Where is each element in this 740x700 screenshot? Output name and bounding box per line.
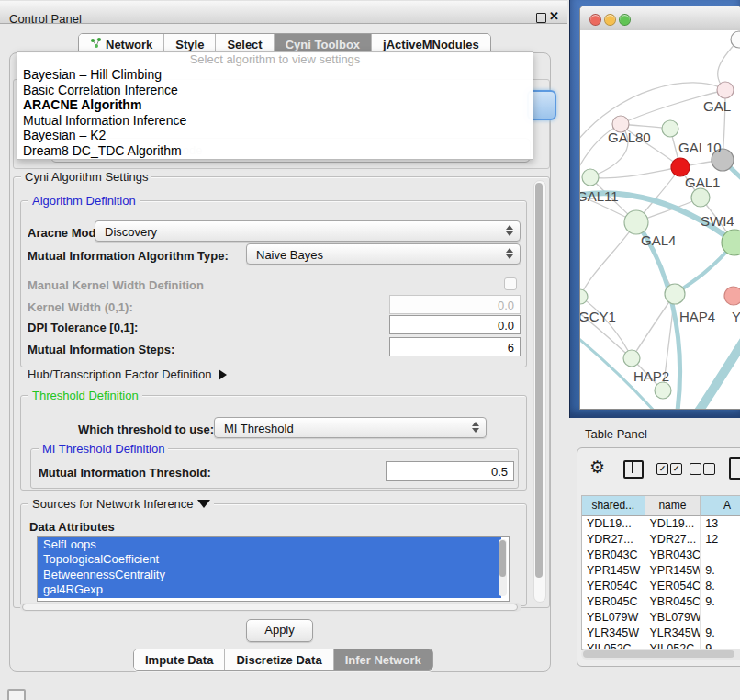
table-row[interactable]: YER054CYER054C8. <box>582 579 740 594</box>
table-cell[interactable]: 8. <box>701 579 740 594</box>
table-cell[interactable] <box>701 548 740 563</box>
checked-checkbox-icon[interactable]: ✓ <box>670 463 682 475</box>
column-header-shared[interactable]: shared... <box>582 496 645 516</box>
attribute-item-selfloops[interactable]: SelfLoops <box>38 537 501 552</box>
table-row[interactable]: YBL079WYBL079W <box>582 610 740 626</box>
table-cell[interactable]: YBR045C <box>645 594 701 610</box>
settings-vscrollbar[interactable] <box>533 180 546 603</box>
minimize-traffic-light[interactable] <box>604 14 616 26</box>
network-edge-highlighted[interactable] <box>698 335 740 409</box>
table-cell[interactable] <box>701 610 740 626</box>
control-panel-title: Control Panel <box>9 12 82 26</box>
node-hap4[interactable] <box>665 284 685 304</box>
table-cell[interactable]: YDL19... <box>645 516 701 532</box>
gear-icon[interactable]: ⚙ <box>589 458 605 476</box>
network-edge[interactable] <box>580 222 636 297</box>
control-panel-titlebar[interactable]: Control Panel ✕ <box>0 0 567 24</box>
network-window-titlebar[interactable] <box>580 6 740 31</box>
kernel-width-field[interactable]: 0.0 <box>389 295 521 314</box>
table-cell[interactable]: YDR27... <box>645 532 701 548</box>
table-cell[interactable]: YBL079W <box>645 610 701 626</box>
table-cell[interactable]: YPR145W <box>582 563 645 579</box>
table-cell[interactable]: 9. <box>701 563 740 579</box>
table-cell[interactable]: YLR345W <box>645 626 701 641</box>
document-icon[interactable] <box>729 457 740 480</box>
float-window-icon[interactable] <box>536 13 546 23</box>
node-gal-top[interactable] <box>717 82 734 98</box>
node-salmon[interactable] <box>724 287 740 305</box>
algorithm-option-mutual-information-inference[interactable]: Mutual Information Inference <box>17 113 533 129</box>
zoom-traffic-light[interactable] <box>619 14 631 26</box>
table-cell[interactable]: YER054C <box>582 579 645 594</box>
network-canvas[interactable]: GALGAL80GAL10GAL1GAL11SWI4GAL4GCY1HAP4YH… <box>580 30 740 409</box>
hub-definition-expander[interactable]: Hub/Transcription Factor Definition <box>28 367 227 381</box>
attribute-item-betweennesscentrality[interactable]: BetweennessCentrality <box>38 568 501 582</box>
table-row[interactable]: YDR27...YDR27...12 <box>582 532 740 548</box>
table-cell[interactable]: 9. <box>701 594 740 610</box>
tab-infer-network[interactable]: Infer Network <box>333 649 432 670</box>
table-cell[interactable]: 13 <box>701 516 740 532</box>
table-row[interactable]: YDL19...YDL19...13 <box>582 516 740 532</box>
table-cell[interactable]: YBR043C <box>582 548 645 563</box>
attribute-item-gal4rgexp[interactable]: gal4RGexp <box>38 582 501 597</box>
node-bottom[interactable] <box>655 382 671 399</box>
node-label-gal1: GAL1 <box>685 175 720 190</box>
network-window[interactable]: GALGAL80GAL10GAL1GAL11SWI4GAL4GCY1HAP4YH… <box>579 6 740 410</box>
unchecked-checkbox-icon[interactable] <box>703 463 715 475</box>
table-cell[interactable]: YBR045C <box>582 594 645 610</box>
table-row[interactable]: YPR145WYPR145W9. <box>582 563 740 579</box>
table-cell[interactable]: YBR043C <box>645 548 701 563</box>
close-traffic-light[interactable] <box>589 14 601 26</box>
table-cell[interactable]: 9. <box>701 626 740 641</box>
column-header-name[interactable]: name <box>645 496 701 516</box>
table-cell[interactable]: 12 <box>701 532 740 548</box>
node-gal1[interactable] <box>691 188 710 207</box>
table-row[interactable]: YLR345WYLR345W9. <box>582 626 740 641</box>
dpi-tolerance-field[interactable]: 0.0 <box>389 315 521 334</box>
algorithm-dropdown-list: Select algorithm to view settings Bayesi… <box>17 51 533 160</box>
node-gal10[interactable] <box>662 120 678 137</box>
table-cell[interactable]: YDR27... <box>582 532 645 548</box>
checked-checkbox-icon[interactable]: ✓ <box>656 463 668 475</box>
which-threshold-combo[interactable]: MI Threshold <box>214 417 487 438</box>
table-cell[interactable]: YBL079W <box>582 610 645 626</box>
algorithm-option-bayesian-k2[interactable]: Bayesian – K2 <box>17 128 533 143</box>
node-gal4[interactable] <box>624 210 648 234</box>
node-top-partial[interactable] <box>731 31 740 48</box>
mi-threshold-field[interactable]: 0.5 <box>386 461 514 481</box>
settings-hscrollbar[interactable] <box>20 603 521 612</box>
mi-steps-field[interactable]: 6 <box>389 337 521 356</box>
algorithm-option-dream8-dc-tdc-algorithm[interactable]: Dream8 DC_TDC Algorithm <box>17 143 533 159</box>
unchecked-checkbox-icon[interactable] <box>690 463 701 475</box>
columns-icon[interactable] <box>623 460 644 479</box>
mi-algorithm-type-combo[interactable]: Naive Bayes <box>246 243 521 265</box>
table-hscrollbar[interactable] <box>581 649 740 660</box>
algorithm-option-basic-correlation-inference[interactable]: Basic Correlation Inference <box>17 83 533 98</box>
close-icon[interactable]: ✕ <box>549 9 559 23</box>
manual-kernel-width-checkbox[interactable] <box>504 277 517 290</box>
algorithm-option-aracne-algorithm[interactable]: ARACNE Algorithm <box>17 97 533 113</box>
attribute-item-topologicalcoefficient[interactable]: TopologicalCoefficient <box>38 552 501 567</box>
apply-button[interactable]: Apply <box>246 619 313 642</box>
column-header-a[interactable]: A <box>701 496 740 516</box>
table-row[interactable]: YBR045CYBR045C9. <box>582 594 740 610</box>
tab-impute-data[interactable]: Impute Data <box>134 649 224 670</box>
list-scrollbar[interactable] <box>499 539 507 596</box>
table-cell[interactable]: YLR345W <box>582 626 645 641</box>
table-cell[interactable]: YPR145W <box>645 563 701 579</box>
network-edge[interactable] <box>580 297 632 358</box>
data-attributes-list[interactable]: SelfLoopsTopologicalCoefficientBetweenne… <box>37 536 510 602</box>
network-edge[interactable] <box>590 167 680 178</box>
node-gal1-red[interactable] <box>671 158 690 176</box>
table-panel: ⚙ ✓ ✓ shared...nameAYDL19...YDL19...13YD… <box>577 447 740 667</box>
sources-legend[interactable]: Sources for Network Inference <box>28 497 214 511</box>
table-cell[interactable]: YER054C <box>645 579 701 594</box>
aracne-mode-combo[interactable]: Discovery <box>95 220 521 242</box>
palette-corner-icon[interactable] <box>7 689 26 700</box>
algorithm-option-bayesian-hill-climbing[interactable]: Bayesian – Hill Climbing <box>17 67 533 83</box>
tab-discretize-data[interactable]: Discretize Data <box>224 649 332 670</box>
node-hap2[interactable] <box>623 350 640 367</box>
table-row[interactable]: YBR043CYBR043C <box>582 548 740 563</box>
table-cell[interactable]: YDL19... <box>582 516 645 532</box>
node-gal11[interactable] <box>582 169 599 186</box>
